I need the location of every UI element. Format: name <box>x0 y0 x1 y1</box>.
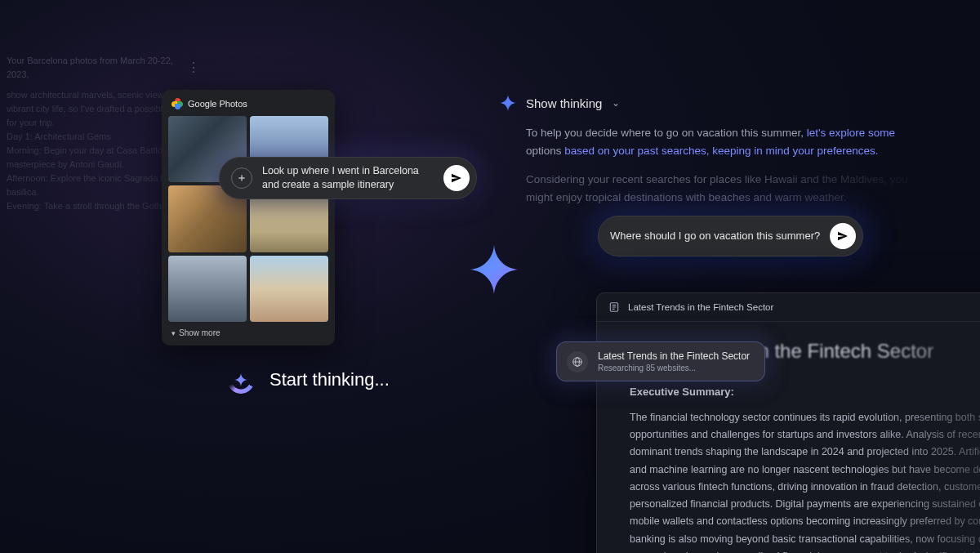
send-button[interactable] <box>443 165 470 191</box>
chevron-down-icon: ⌄ <box>612 97 620 109</box>
gemini-star-icon <box>470 245 519 294</box>
research-title: Latest Trends in the Fintech Sector <box>598 350 750 362</box>
show-more-button[interactable]: ▾ Show more <box>168 322 328 339</box>
gemini-star-icon <box>234 373 247 386</box>
start-thinking-label: Start thinking... <box>270 369 390 390</box>
document-window: Latest Trends in the Fintech Sector Late… <box>596 292 980 553</box>
google-photos-icon <box>172 98 183 109</box>
research-status-chip[interactable]: Latest Trends in the Fintech Sector Rese… <box>556 341 765 381</box>
prompt-text: Where should I go on vacation this summe… <box>610 229 820 243</box>
globe-icon <box>567 351 588 372</box>
plus-icon[interactable]: ＋ <box>231 167 252 189</box>
start-thinking-row: Start thinking... <box>227 366 390 394</box>
send-button[interactable] <box>830 223 856 249</box>
photo-thumbnail[interactable] <box>250 256 328 322</box>
prompt-text: Look up where I went in Barcelona and cr… <box>262 164 434 192</box>
research-status: Researching 85 websites... <box>598 363 750 372</box>
thinking-link[interactable]: based on your past searches, keeping in … <box>564 145 878 157</box>
prompt-pill-vacation[interactable]: Where should I go on vacation this summe… <box>598 216 863 256</box>
gemini-star-icon <box>500 95 516 111</box>
more-icon[interactable]: ⋮ <box>187 58 199 78</box>
show-thinking-panel: Show thinking ⌄ To help you decide where… <box>500 95 947 217</box>
thinking-link[interactable]: let's explore some <box>807 127 895 139</box>
document-titlebar: Latest Trends in the Fintech Sector <box>597 293 980 322</box>
send-icon <box>450 172 463 185</box>
document-icon <box>608 301 620 313</box>
document-subheading: Executive Summary: <box>630 383 980 401</box>
chevron-down-icon: ▾ <box>172 329 176 337</box>
google-photos-header: Google Photos <box>168 96 328 116</box>
show-thinking-toggle[interactable]: Show thinking ⌄ <box>500 95 947 111</box>
send-icon <box>836 230 849 243</box>
prompt-pill-barcelona[interactable]: ＋ Look up where I went in Barcelona and … <box>219 157 477 199</box>
document-text: The financial technology sector continue… <box>630 409 980 553</box>
thinking-body-text: To help you decide where to go on vacati… <box>500 124 933 206</box>
google-photos-card: Google Photos ▾ Show more <box>162 90 335 346</box>
document-tab-title: Latest Trends in the Fintech Sector <box>628 302 773 312</box>
photo-thumbnail[interactable] <box>168 256 247 322</box>
